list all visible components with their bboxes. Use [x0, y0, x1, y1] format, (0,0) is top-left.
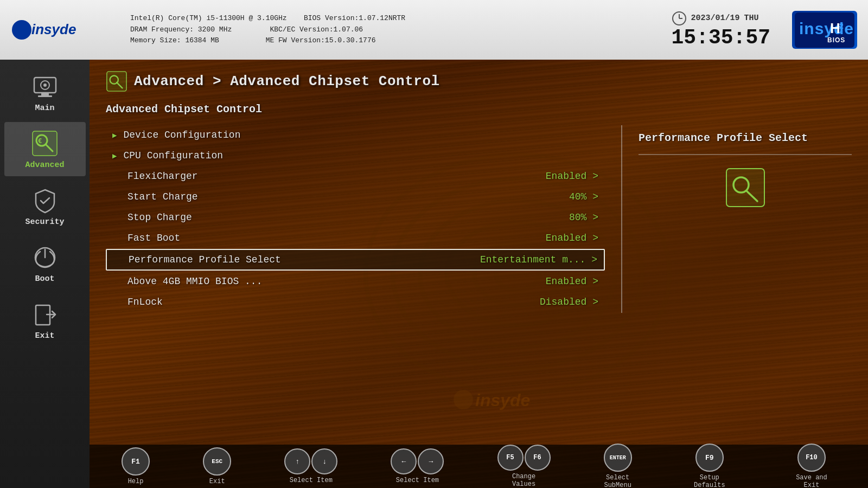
menu-item-above-4gb[interactable]: Above 4GB MMIO BIOS ... Enabled >: [106, 272, 605, 291]
system-info: Intel(R) Core(TM) i5-11300H @ 3.10GHz BI…: [119, 13, 672, 47]
sidebar-item-advanced[interactable]: € Advanced: [4, 122, 86, 176]
fast-boot-value: Enabled >: [546, 233, 598, 243]
help-title: Performance Profile Select: [639, 131, 852, 146]
svg-text:BIOS: BIOS: [827, 36, 845, 44]
sidebar-exit-label: Exit: [35, 331, 54, 341]
f5f6-circles: F5 F6: [497, 445, 551, 471]
bottom-bar: F1 Help ESC Exit ↑ ↓ Select Item ←: [90, 445, 868, 488]
menu-item-cpu-config[interactable]: CPU Configuration: [106, 146, 605, 165]
right-circle[interactable]: →: [418, 448, 444, 474]
f1-label: F1: [131, 458, 140, 466]
updown-circles: ↑ ↓: [284, 448, 337, 474]
clock-icon: [672, 11, 687, 26]
menu-item-fnlock[interactable]: FnLock Disabled >: [106, 292, 605, 312]
enter-circle[interactable]: ENTER: [604, 444, 632, 472]
perf-profile-value: Entertainment m... >: [480, 254, 597, 265]
flexicharger-value: Enabled >: [546, 171, 598, 182]
clock-time: 15:35:57: [672, 26, 770, 49]
main-icon: [30, 72, 60, 101]
up-circle[interactable]: ↑: [284, 448, 310, 474]
svg-rect-11: [41, 93, 49, 95]
down-circle[interactable]: ↓: [311, 448, 337, 474]
sidebar: Main € Advanced Security: [0, 60, 90, 488]
menu-item-fast-boot[interactable]: Fast Boot Enabled >: [106, 228, 605, 248]
insyde-logo: insyde: [11, 16, 108, 43]
svg-rect-12: [38, 95, 52, 97]
dram-info: DRAM Frequency: 3200 MHz KBC/EC Version:…: [130, 24, 672, 36]
h2bios-svg: insyde H 2 BIOS: [795, 12, 854, 48]
svg-point-14: [43, 84, 47, 87]
key-updown: ↑ ↓ Select Item: [284, 448, 337, 484]
key-enter: ENTER SelectSubMenu: [604, 444, 632, 488]
leftright-description: Select Item: [396, 477, 439, 484]
logo-area: insyde: [11, 16, 119, 43]
stop-charge-value: 80% >: [569, 212, 598, 223]
help-panel: Performance Profile Select: [639, 125, 852, 313]
power-icon: [31, 244, 59, 271]
esc-circle[interactable]: ESC: [203, 447, 231, 476]
help-divider: [639, 154, 852, 155]
content-panel: Advanced > Advanced Chipset Control Adva…: [90, 60, 868, 445]
menu-item-device-config[interactable]: Device Configuration: [106, 125, 605, 145]
advanced-icon: €: [30, 129, 60, 158]
esc-description: Exit: [209, 478, 225, 485]
help-search-icon: [724, 166, 767, 209]
device-config-label: Device Configuration: [123, 130, 598, 140]
leftright-circles: ← →: [391, 448, 444, 474]
h2bios-logo: insyde H 2 BIOS: [792, 11, 857, 49]
search-gear-icon: €: [30, 129, 60, 158]
security-icon: [30, 185, 60, 215]
clock-date-row: 2023/01/19 THU: [672, 11, 770, 26]
sidebar-security-label: Security: [25, 217, 64, 227]
sidebar-item-main[interactable]: Main: [4, 65, 86, 119]
section-title: Advanced Chipset Control: [106, 103, 852, 115]
memory-info: Memory Size: 16384 MB ME FW Version:15.0…: [130, 35, 672, 47]
above-4gb-label: Above 4GB MMIO BIOS ...: [127, 276, 546, 287]
svg-text:insyde: insyde: [31, 21, 76, 37]
f9-label: F9: [705, 454, 714, 462]
svg-point-0: [12, 20, 31, 40]
sidebar-item-security[interactable]: Security: [4, 179, 86, 233]
key-f9: F9 Setup Defaults: [685, 444, 734, 488]
menu-list: Device Configuration CPU Configuration F…: [106, 125, 605, 313]
f5-circle[interactable]: F5: [497, 445, 524, 471]
cpu-config-label: CPU Configuration: [123, 150, 598, 161]
key-esc: ESC Exit: [203, 447, 231, 485]
key-leftright: ← → Select Item: [391, 448, 444, 484]
breadcrumb-row: Advanced > Advanced Chipset Control: [106, 70, 852, 92]
help-icon-area: [639, 166, 852, 209]
f10-circle[interactable]: F10: [797, 444, 826, 472]
left-circle[interactable]: ←: [391, 448, 417, 474]
header: insyde Intel(R) Core(TM) i5-11300H @ 3.1…: [0, 0, 868, 60]
monitor-icon: [31, 73, 59, 100]
updown-description: Select Item: [290, 477, 333, 484]
menu-item-stop-charge[interactable]: Stop Charge 80% >: [106, 208, 605, 227]
f9-circle[interactable]: F9: [695, 444, 724, 472]
svg-rect-15: [33, 131, 57, 156]
boot-icon: [30, 242, 60, 272]
menu-item-start-charge[interactable]: Start Charge 40% >: [106, 187, 605, 207]
sidebar-main-label: Main: [35, 104, 54, 113]
content-area: insyde Advanced > Advanced Chipset Contr…: [90, 60, 868, 488]
svg-text:insyde: insyde: [799, 20, 854, 37]
f1-circle[interactable]: F1: [122, 447, 150, 476]
key-f10: F10 Save and Exit: [787, 444, 836, 488]
menu-help-row: Device Configuration CPU Configuration F…: [106, 125, 852, 313]
key-f1: F1 Help: [122, 447, 150, 485]
clock-date: 2023/01/19: [691, 14, 740, 23]
cpu-info: Intel(R) Core(TM) i5-11300H @ 3.10GHz BI…: [130, 13, 672, 24]
menu-item-perf-profile[interactable]: Performance Profile Select Entertainment…: [106, 249, 605, 271]
start-charge-value: 40% >: [569, 191, 598, 202]
breadcrumb-icon: [106, 70, 127, 92]
f6-circle[interactable]: F6: [525, 445, 551, 471]
f5f6-description: Change Values: [500, 473, 548, 488]
shield-icon: [31, 187, 59, 214]
sidebar-item-exit[interactable]: Exit: [4, 293, 86, 347]
menu-item-flexicharger[interactable]: FlexiCharger Enabled >: [106, 166, 605, 186]
svg-text:2: 2: [839, 22, 844, 30]
vertical-divider: [621, 125, 622, 313]
f1-description: Help: [128, 478, 144, 485]
esc-label: ESC: [212, 458, 222, 465]
sidebar-item-boot[interactable]: Boot: [4, 236, 86, 290]
stop-charge-label: Stop Charge: [127, 212, 569, 223]
